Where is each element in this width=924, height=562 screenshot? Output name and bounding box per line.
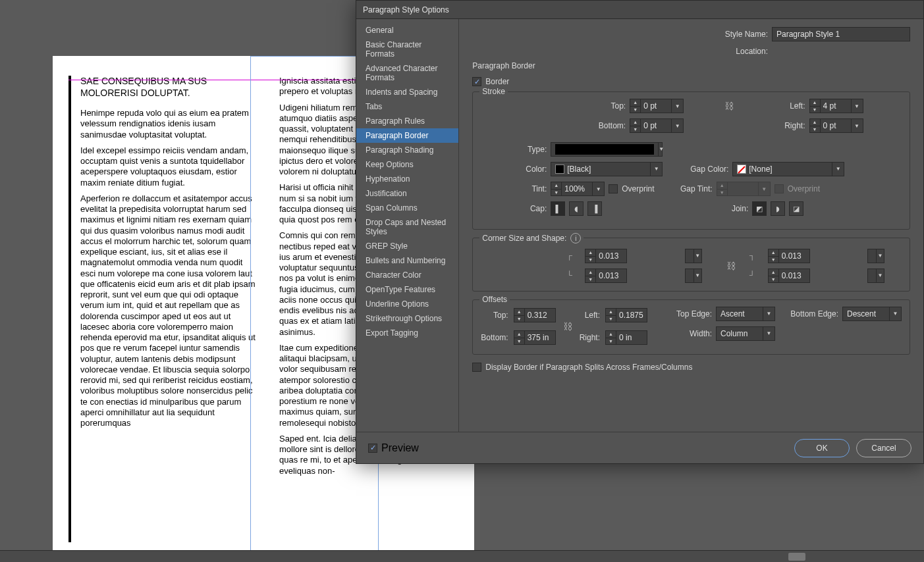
join-label: Join: [702, 204, 748, 213]
stroke-top-spinner[interactable]: ▲▼ [630, 99, 672, 113]
sidebar-item-span-columns[interactable]: Span Columns [356, 201, 458, 215]
width-select[interactable]: Column▼ [716, 326, 775, 341]
bottom-edge-select[interactable]: Descent▼ [842, 307, 902, 321]
dialog-title: Paragraph Style Options [356, 1, 923, 19]
sidebar-item-paragraph-shading[interactable]: Paragraph Shading [356, 143, 458, 157]
corner-tr-icon: ┐ [749, 251, 760, 261]
corner-br-icon: ┘ [749, 270, 760, 281]
offset-top-label: Top: [481, 311, 508, 320]
info-icon[interactable]: i [570, 233, 581, 243]
horizontal-scrollbar[interactable] [0, 550, 924, 562]
offset-bottom-spinner[interactable]: ▲▼ [514, 330, 556, 345]
overprint-checkbox[interactable] [609, 184, 618, 193]
category-sidebar: GeneralBasic Character FormatsAdvanced C… [356, 19, 459, 432]
bottom-edge-label: Bottom Edge: [779, 309, 838, 319]
dialog-footer: Preview OK Cancel [356, 432, 923, 463]
stroke-left-spinner[interactable]: ▲▼ [809, 99, 852, 113]
dropdown-icon[interactable]: ▼ [852, 99, 863, 113]
sidebar-item-hyphenation[interactable]: Hyphenation [356, 172, 458, 186]
display-split-checkbox[interactable] [472, 363, 481, 372]
scroll-thumb[interactable] [788, 553, 805, 561]
join-round-icon[interactable]: ◗ [771, 201, 785, 216]
top-edge-select[interactable]: Ascent▼ [716, 307, 775, 321]
join-bevel-icon[interactable]: ◪ [789, 201, 803, 216]
cap-label: Cap: [481, 204, 547, 213]
sidebar-item-indents-and-spacing[interactable]: Indents and Spacing [356, 85, 458, 99]
gap-tint-label: Gap Tint: [666, 184, 713, 193]
stroke-color-select[interactable]: [Black]▼ [551, 162, 663, 176]
link-icon[interactable]: ⛓ [561, 321, 574, 332]
corner-link-icon[interactable]: ⛓ [724, 261, 738, 271]
sidebar-item-grep-style[interactable]: GREP Style [356, 239, 458, 253]
ok-button[interactable]: OK [794, 439, 850, 457]
cap-round-icon[interactable]: ◖ [569, 201, 584, 216]
sidebar-item-opentype-features[interactable]: OpenType Features [356, 282, 458, 297]
stroke-top-label: Top: [560, 101, 630, 111]
corner-bl-icon: └ [566, 270, 577, 281]
style-name-input[interactable] [772, 27, 910, 41]
sidebar-item-character-color[interactable]: Character Color [356, 268, 458, 282]
sidebar-item-export-tagging[interactable]: Export Tagging [356, 326, 458, 340]
corner-br-shape[interactable]: ▼ [867, 268, 884, 283]
sidebar-item-drop-caps-and-nested-styles[interactable]: Drop Caps and Nested Styles [356, 215, 458, 239]
color-label: Color: [481, 165, 547, 174]
corner-group: Corner Size and Shape: i ┌ ▲▼ ▼ ⛓ ┐ ▲▼ ▼… [472, 238, 910, 292]
offsets-legend: Offsets [479, 295, 510, 304]
corner-bl-spinner[interactable]: ▲▼ [585, 268, 679, 283]
dropdown-icon: ▼ [759, 182, 771, 196]
sidebar-item-paragraph-rules[interactable]: Paragraph Rules [356, 114, 458, 128]
corner-tl-shape[interactable]: ▼ [685, 249, 702, 263]
cancel-button[interactable]: Cancel [856, 439, 911, 457]
corner-legend: Corner Size and Shape: [482, 234, 566, 243]
corner-tl-spinner[interactable]: ▲▼ [585, 249, 679, 263]
gap-color-label: Gap Color: [682, 165, 728, 174]
tint-spinner[interactable]: ▲▼ [551, 182, 593, 196]
border-checkbox[interactable] [472, 77, 481, 86]
top-edge-label: Top Edge: [666, 309, 712, 319]
offsets-group: Offsets Top: ▲▼ ⛓ Left: ▲▼ Bottom: ▲▼ Ri… [472, 299, 910, 355]
sidebar-item-basic-character-formats[interactable]: Basic Character Formats [356, 38, 458, 61]
offset-left-spinner[interactable]: ▲▼ [605, 308, 647, 322]
corner-tr-shape[interactable]: ▼ [867, 249, 884, 263]
dropdown-icon[interactable]: ▼ [672, 99, 684, 113]
sidebar-item-strikethrough-options[interactable]: Strikethrough Options [356, 311, 458, 326]
dropdown-icon[interactable]: ▼ [672, 118, 684, 133]
corner-bl-shape[interactable]: ▼ [685, 268, 702, 283]
cap-butt-icon[interactable]: ▌ [551, 201, 565, 216]
body-paragraph: Henimpe repuda volo qui as eium ea prate… [80, 108, 259, 140]
sidebar-item-advanced-character-formats[interactable]: Advanced Character Formats [356, 61, 458, 85]
stroke-bottom-spinner[interactable]: ▲▼ [630, 118, 672, 133]
sidebar-item-bullets-and-numbering[interactable]: Bullets and Numbering [356, 253, 458, 268]
overprint-label: Overprint [622, 184, 654, 193]
corner-tl-icon: ┌ [566, 251, 577, 261]
offset-right-spinner[interactable]: ▲▼ [605, 330, 647, 345]
sidebar-item-paragraph-border[interactable]: Paragraph Border [356, 128, 458, 143]
stroke-type-select[interactable]: ▼ [551, 142, 663, 157]
cap-projecting-icon[interactable]: ▐ [587, 201, 602, 216]
offset-left-label: Left: [580, 311, 600, 320]
tint-label: Tint: [481, 184, 547, 193]
offset-top-spinner[interactable]: ▲▼ [514, 308, 556, 322]
gap-color-select[interactable]: [None]▼ [732, 162, 844, 176]
join-miter-icon[interactable]: ◩ [752, 201, 767, 216]
preview-checkbox[interactable] [368, 444, 377, 453]
sidebar-item-justification[interactable]: Justification [356, 186, 458, 201]
corner-tr-spinner[interactable]: ▲▼ [768, 249, 862, 263]
stroke-group: Stroke Top: ▲▼▼ ⛓ Left: ▲▼▼ Bottom: ▲▼▼ … [472, 91, 910, 230]
sidebar-item-underline-options[interactable]: Underline Options [356, 297, 458, 311]
stroke-right-spinner[interactable]: ▲▼ [809, 118, 852, 133]
sidebar-item-keep-options[interactable]: Keep Options [356, 157, 458, 172]
corner-br-spinner[interactable]: ▲▼ [768, 268, 862, 283]
width-label: Width: [666, 329, 712, 338]
sidebar-item-tabs[interactable]: Tabs [356, 99, 458, 114]
display-split-label: Display Border if Paragraph Splits Acros… [485, 363, 692, 372]
sidebar-item-general[interactable]: General [356, 23, 458, 38]
link-icon[interactable]: ⛓ [722, 101, 736, 111]
gap-overprint-label: Overprint [788, 184, 820, 193]
dropdown-icon[interactable]: ▼ [852, 118, 863, 133]
offset-bottom-label: Bottom: [481, 333, 508, 342]
type-label: Type: [481, 145, 547, 154]
dropdown-icon[interactable]: ▼ [593, 182, 605, 196]
text-column-1[interactable]: SAE CONSEQUIBUS MA SUS MOLORERISI DOLUPT… [68, 76, 259, 542]
stroke-left-label: Left: [746, 101, 809, 111]
